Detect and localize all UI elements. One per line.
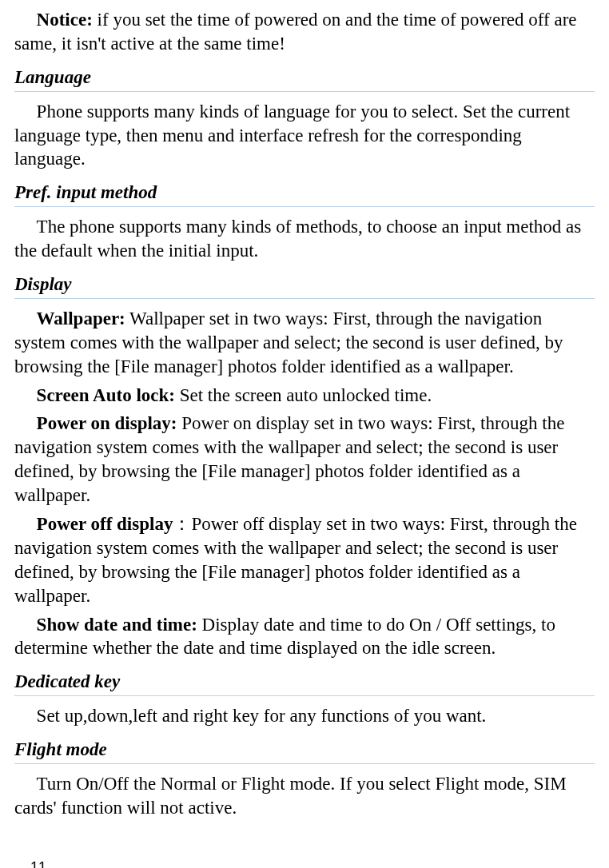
language-paragraph: Phone supports many kinds of language fo… bbox=[14, 100, 595, 172]
heading-flight-mode: Flight mode bbox=[14, 738, 595, 764]
dedicated-paragraph: Set up,down,left and right key for any f… bbox=[14, 704, 595, 728]
showdate-label: Show date and time: bbox=[37, 615, 197, 635]
poweroff-label: Power off display bbox=[37, 514, 173, 534]
display-body: Wallpaper: Wallpaper set in two ways: Fi… bbox=[14, 307, 595, 660]
notice-text: if you set the time of powered on and th… bbox=[14, 10, 577, 54]
heading-dedicated-key: Dedicated key bbox=[14, 670, 595, 696]
notice-paragraph: Notice: if you set the time of powered o… bbox=[14, 8, 595, 56]
autolock-text: Set the screen auto unlocked time. bbox=[175, 385, 432, 405]
autolock-label: Screen Auto lock: bbox=[37, 385, 175, 405]
display-showdate: Show date and time: Display date and tim… bbox=[14, 613, 595, 661]
heading-display: Display bbox=[14, 273, 595, 299]
page-number: 11 bbox=[14, 858, 595, 868]
flight-paragraph: Turn On/Off the Normal or Flight mode. I… bbox=[14, 772, 595, 820]
poweron-label: Power on display: bbox=[37, 413, 177, 433]
display-poweron: Power on display: Power on display set i… bbox=[14, 412, 595, 508]
pref-input-paragraph: The phone supports many kinds of methods… bbox=[14, 215, 595, 263]
display-wallpaper: Wallpaper: Wallpaper set in two ways: Fi… bbox=[14, 307, 595, 379]
display-poweroff: Power off display：Power off display set … bbox=[14, 512, 595, 608]
display-autolock: Screen Auto lock: Set the screen auto un… bbox=[14, 384, 595, 408]
wallpaper-label: Wallpaper: bbox=[37, 309, 125, 328]
heading-language: Language bbox=[14, 66, 595, 92]
notice-label: Notice: bbox=[37, 10, 93, 30]
heading-pref-input: Pref. input method bbox=[14, 181, 595, 207]
